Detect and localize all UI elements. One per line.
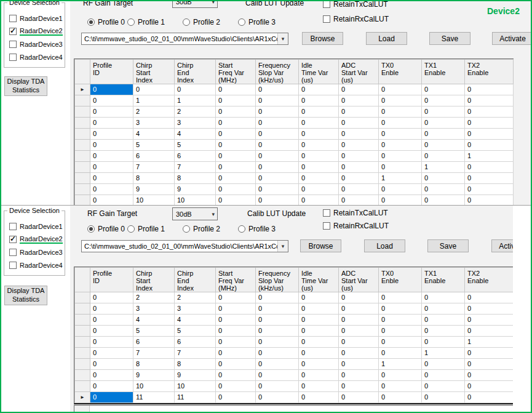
grid-cell[interactable]: 0 <box>339 95 379 106</box>
display-tda-statistics-button[interactable]: Display TDA Statistics <box>4 76 47 96</box>
grid-cell[interactable]: 0 <box>256 359 299 370</box>
grid-cell[interactable]: 0 <box>379 162 422 173</box>
grid-cell[interactable]: 0 <box>90 359 133 370</box>
grid-cell[interactable]: 0 <box>422 392 465 403</box>
column-header[interactable]: Chirp End Index <box>175 60 216 84</box>
browse-button[interactable]: Browse <box>300 239 341 252</box>
column-header[interactable]: Idle Time Var (us) <box>299 60 339 84</box>
grid-cell[interactable]: 0 <box>90 106 133 118</box>
load-button[interactable]: Load <box>366 32 407 45</box>
grid-cell[interactable]: 8 <box>175 359 216 370</box>
grid-cell[interactable]: 0 <box>216 118 256 129</box>
grid-cell[interactable]: 0 <box>216 173 256 184</box>
grid-cell[interactable]: 7 <box>175 348 216 359</box>
grid-cell[interactable]: 0 <box>90 392 133 403</box>
row-marker[interactable] <box>75 381 90 392</box>
grid-cell[interactable]: 0 <box>299 348 339 359</box>
grid-cell[interactable]: 0 <box>422 195 465 206</box>
grid-cell[interactable]: 0 <box>90 162 133 173</box>
grid-cell[interactable]: 0 <box>299 303 339 315</box>
grid-cell[interactable]: 0 <box>216 95 256 106</box>
rf-gain-dropdown[interactable]: 30dB ▾ <box>172 1 218 8</box>
grid-cell[interactable]: 6 <box>175 151 216 162</box>
column-header[interactable]: ADC Start Var (us) <box>339 60 379 84</box>
grid-cell[interactable]: 0 <box>256 151 299 162</box>
grid-cell[interactable]: 7 <box>175 162 216 173</box>
grid-cell[interactable]: 0 <box>299 195 339 206</box>
grid-cell[interactable]: 2 <box>133 292 175 303</box>
grid-cell[interactable]: 0 <box>299 292 339 303</box>
grid-cell[interactable]: 4 <box>133 315 175 326</box>
grid-cell[interactable]: 0 <box>339 392 379 403</box>
checkbox-radardevice1[interactable]: RadarDevice1 <box>9 222 63 231</box>
grid-cell[interactable]: 0 <box>256 195 299 206</box>
grid-cell[interactable]: 0 <box>256 118 299 129</box>
grid-cell[interactable]: 0 <box>465 303 514 315</box>
row-marker[interactable] <box>75 140 90 151</box>
grid-cell[interactable]: 0 <box>90 129 133 140</box>
grid-cell[interactable]: 0 <box>465 326 514 337</box>
grid-cell[interactable]: 0 <box>216 370 256 381</box>
grid-cell[interactable]: 0 <box>299 381 339 392</box>
grid-cell[interactable]: 0 <box>422 303 465 315</box>
grid-cell[interactable]: 0 <box>422 95 465 106</box>
profile-1-radio[interactable]: Profile 1 <box>127 225 165 233</box>
grid-cell[interactable]: 0 <box>422 292 465 303</box>
grid-cell[interactable]: 2 <box>133 106 175 118</box>
row-marker[interactable] <box>75 359 90 370</box>
row-marker[interactable] <box>75 195 90 206</box>
row-marker[interactable] <box>75 151 90 162</box>
grid-cell[interactable]: 0 <box>216 106 256 118</box>
grid-cell[interactable]: 0 <box>299 106 339 118</box>
grid-cell[interactable]: 0 <box>339 292 379 303</box>
row-marker[interactable]: ► <box>75 84 90 95</box>
grid-cell[interactable]: 0 <box>422 151 465 162</box>
checkbox-radardevice4[interactable]: RadarDevice4 <box>9 261 63 270</box>
rf-gain-dropdown[interactable]: 30dB ▾ <box>172 207 218 220</box>
grid-cell[interactable]: 0 <box>379 129 422 140</box>
grid-cell[interactable]: 0 <box>339 359 379 370</box>
grid-cell[interactable]: 0 <box>339 129 379 140</box>
column-header[interactable]: TX0 Enble <box>379 268 422 292</box>
grid-cell[interactable]: 0 <box>339 348 379 359</box>
row-marker[interactable] <box>75 162 90 173</box>
column-header[interactable]: Chirp Start Index <box>133 60 175 84</box>
column-header[interactable]: TX1 Enable <box>422 268 465 292</box>
grid-cell[interactable]: 0 <box>465 184 514 195</box>
checkbox-radardevice4[interactable]: RadarDevice4 <box>9 53 63 62</box>
chevron-down-icon[interactable]: ▾ <box>277 241 288 252</box>
grid-cell[interactable]: 0 <box>299 95 339 106</box>
profile-3-radio[interactable]: Profile 3 <box>238 225 276 233</box>
grid-cell[interactable]: 0 <box>90 337 133 348</box>
chevron-down-icon[interactable]: ▾ <box>277 33 288 44</box>
column-header[interactable]: TX0 Enble <box>379 60 422 84</box>
grid-cell[interactable]: 0 <box>216 381 256 392</box>
column-header[interactable]: TX2 Enable <box>465 268 514 292</box>
grid-cell[interactable]: 1 <box>133 95 175 106</box>
grid-cell[interactable]: 0 <box>422 106 465 118</box>
grid-cell[interactable]: 4 <box>175 129 216 140</box>
grid-cell[interactable]: 0 <box>299 337 339 348</box>
grid-cell[interactable]: 0 <box>465 84 514 95</box>
grid-cell[interactable]: 0 <box>465 359 514 370</box>
save-button[interactable]: Save <box>427 239 469 252</box>
row-marker[interactable] <box>75 303 90 315</box>
profile-2-radio[interactable]: Profile 2 <box>183 225 220 233</box>
column-header[interactable]: Start Freq Var (MHz) <box>216 60 256 84</box>
grid-cell[interactable]: 0 <box>90 151 133 162</box>
grid-cell[interactable]: 1 <box>379 359 422 370</box>
grid-cell[interactable]: 3 <box>133 118 175 129</box>
grid-cell[interactable]: 0 <box>256 95 299 106</box>
row-marker[interactable]: ► <box>75 392 90 403</box>
grid-cell[interactable]: 0 <box>422 118 465 129</box>
grid-cell[interactable]: 0 <box>299 129 339 140</box>
grid-cell[interactable]: 0 <box>465 195 514 206</box>
activate-button[interactable]: Activate <box>492 32 531 45</box>
grid-cell[interactable]: 0 <box>465 381 514 392</box>
grid-cell[interactable]: 0 <box>133 84 175 95</box>
column-header[interactable]: Start Freq Var (MHz) <box>216 268 256 292</box>
row-marker[interactable] <box>75 326 90 337</box>
grid-cell[interactable]: 10 <box>133 195 175 206</box>
grid-cell[interactable]: 7 <box>133 348 175 359</box>
grid-cell[interactable]: 0 <box>299 370 339 381</box>
